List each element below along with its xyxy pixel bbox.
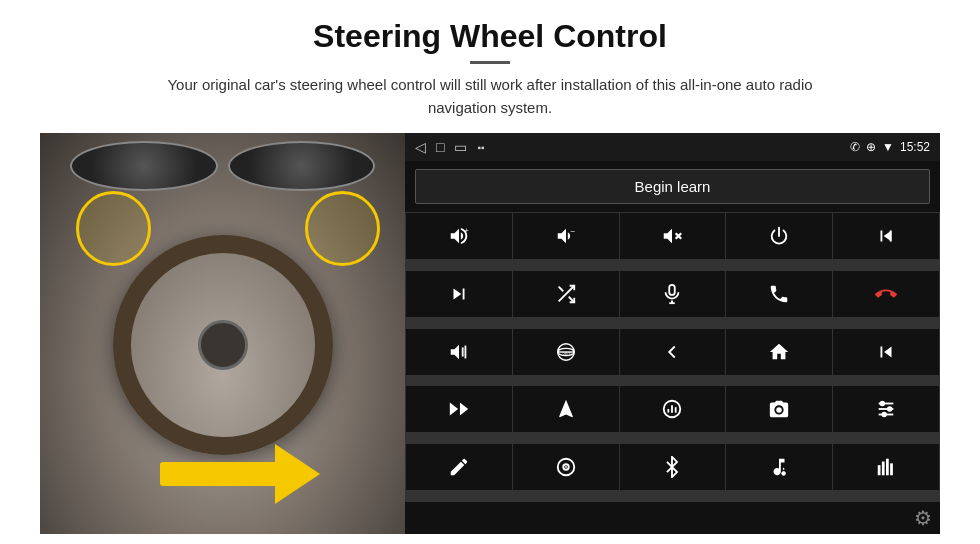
gauge-left: [70, 141, 218, 191]
svg-marker-18: [460, 403, 468, 416]
eq-icon: [661, 398, 683, 420]
begin-learn-row: Begin learn: [405, 161, 940, 212]
hang-up-icon: [875, 283, 897, 305]
camera-button[interactable]: [726, 386, 832, 432]
music-settings-icon: [768, 456, 790, 478]
pen-icon: [448, 456, 470, 478]
svg-marker-17: [884, 346, 891, 357]
music-settings-button[interactable]: [726, 444, 832, 490]
svg-rect-4: [890, 231, 892, 242]
svg-rect-36: [878, 465, 881, 475]
arrow-shape: [160, 444, 320, 504]
navigate-icon: [555, 398, 577, 420]
car-image-area: [40, 133, 405, 534]
svg-rect-16: [881, 346, 883, 357]
svg-line-8: [558, 286, 563, 291]
svg-point-28: [881, 402, 885, 406]
location-status-icon: ⊕: [866, 140, 876, 154]
svg-point-33: [565, 466, 567, 468]
vol-up-icon: +: [448, 225, 470, 247]
svg-point-34: [782, 472, 786, 476]
home-button[interactable]: [726, 329, 832, 375]
arrow-body: [160, 462, 280, 486]
icons-grid: + −: [405, 212, 940, 502]
svg-rect-39: [890, 464, 893, 476]
svg-point-29: [888, 408, 892, 412]
content-row: ◁ □ ▭ ▪▪ ✆ ⊕ ▼ 15:52 Begin learn: [40, 133, 940, 534]
back-button[interactable]: [620, 329, 726, 375]
camera-icon: [768, 398, 790, 420]
home-icon: [768, 341, 790, 363]
arrow-head: [275, 444, 320, 504]
bluetooth-icon: [661, 456, 683, 478]
navigate-button[interactable]: [513, 386, 619, 432]
vol-down-icon: −: [555, 225, 577, 247]
phone-answer-button[interactable]: [726, 271, 832, 317]
svg-rect-9: [670, 285, 676, 295]
home-nav-icon[interactable]: □: [436, 139, 444, 155]
svg-text:+: +: [464, 226, 468, 235]
settings-sliders-icon: [875, 398, 897, 420]
bluetooth-button[interactable]: [620, 444, 726, 490]
pen-button[interactable]: [406, 444, 512, 490]
cd-button[interactable]: [513, 444, 619, 490]
back-icon: [661, 341, 683, 363]
eq-button[interactable]: [620, 386, 726, 432]
mic-button[interactable]: [620, 271, 726, 317]
vol-mute-button[interactable]: [620, 213, 726, 259]
svg-text:360°: 360°: [562, 351, 572, 356]
fast-forward-button[interactable]: [406, 386, 512, 432]
settings-sliders-button[interactable]: [833, 386, 939, 432]
vol-up-button[interactable]: +: [406, 213, 512, 259]
wifi-status-icon: ▼: [882, 140, 894, 154]
status-bar: ◁ □ ▭ ▪▪ ✆ ⊕ ▼ 15:52: [405, 133, 940, 161]
power-icon: [768, 225, 790, 247]
equalizer-bars-icon: [875, 456, 897, 478]
back-nav-icon[interactable]: ◁: [415, 139, 426, 155]
gauge-right: [228, 141, 376, 191]
signal-icon: ▪▪: [477, 142, 484, 153]
phone-status-icon: ✆: [850, 140, 860, 154]
svg-rect-37: [882, 462, 885, 476]
shuffle-icon: [555, 283, 577, 305]
svg-point-30: [882, 413, 886, 417]
steering-wheel-center: [198, 320, 248, 370]
gear-settings-button[interactable]: ⚙: [914, 506, 932, 530]
horn-icon: [448, 341, 470, 363]
title-divider: [470, 61, 510, 64]
page-title: Steering Wheel Control: [313, 18, 667, 55]
skip-next-button[interactable]: [406, 271, 512, 317]
svg-rect-5: [463, 288, 465, 299]
svg-rect-38: [886, 459, 889, 476]
svg-marker-19: [450, 403, 458, 416]
vol-mute-icon: [661, 225, 683, 247]
skip-next-icon: [448, 283, 470, 305]
shuffle-button[interactable]: [513, 271, 619, 317]
svg-point-24: [777, 408, 783, 414]
steering-wheel-bg: [40, 133, 405, 534]
equalizer-bars-button[interactable]: [833, 444, 939, 490]
power-button[interactable]: [726, 213, 832, 259]
hang-up-button[interactable]: [833, 271, 939, 317]
vol-down-button[interactable]: −: [513, 213, 619, 259]
prev-track-icon: [875, 225, 897, 247]
status-bar-left: ◁ □ ▭ ▪▪: [415, 139, 485, 155]
android-screen: ◁ □ ▭ ▪▪ ✆ ⊕ ▼ 15:52 Begin learn: [405, 133, 940, 534]
btn-group-right-highlight: [305, 191, 380, 266]
btn-group-left-highlight: [76, 191, 151, 266]
time-display: 15:52: [900, 140, 930, 154]
arrow-container: [160, 444, 320, 504]
prev-track-button[interactable]: [833, 213, 939, 259]
begin-learn-button[interactable]: Begin learn: [415, 169, 930, 204]
page-subtitle: Your original car's steering wheel contr…: [140, 74, 840, 119]
horn-button[interactable]: [406, 329, 512, 375]
skip-back-icon: [875, 341, 897, 363]
status-bar-right: ✆ ⊕ ▼ 15:52: [850, 140, 930, 154]
view-360-button[interactable]: 360°: [513, 329, 619, 375]
skip-back-button[interactable]: [833, 329, 939, 375]
phone-answer-icon: [768, 283, 790, 305]
page-container: Steering Wheel Control Your original car…: [0, 0, 980, 544]
dashboard-area: [70, 141, 375, 191]
steering-wheel-outer: [113, 235, 333, 455]
recents-nav-icon[interactable]: ▭: [454, 139, 467, 155]
